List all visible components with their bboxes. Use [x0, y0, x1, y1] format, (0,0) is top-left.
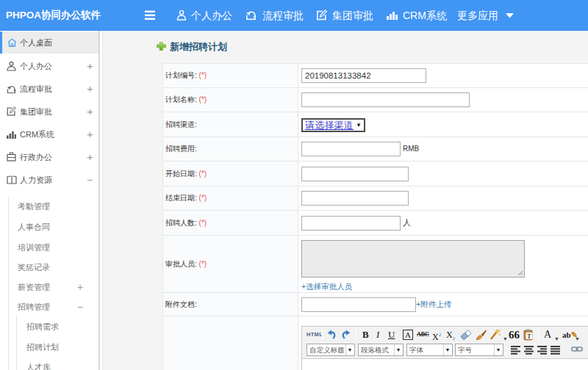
svg-text:T: T [527, 333, 531, 340]
